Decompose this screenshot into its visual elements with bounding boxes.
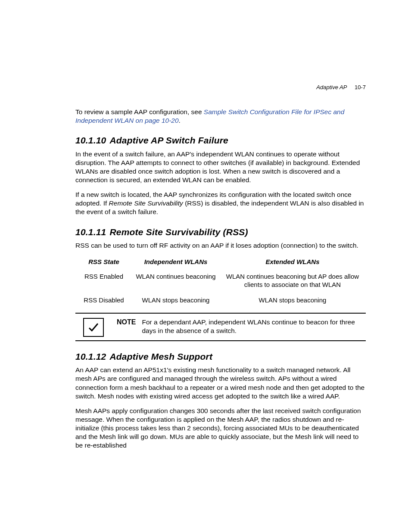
paragraph: In the event of a switch failure, an AAP…: [75, 150, 366, 185]
page-number: 10-7: [355, 84, 366, 90]
heading-number: 10.1.11: [75, 227, 106, 237]
heading-number: 10.1.10: [75, 135, 106, 145]
cell: WLAN continues beaconing: [132, 270, 219, 293]
col-header: Extended WLANs: [219, 256, 366, 270]
heading-10-1-12: 10.1.12Adaptive Mesh Support: [75, 351, 366, 362]
chapter-name: Adaptive AP: [316, 84, 347, 90]
heading-title: Adaptive Mesh Support: [109, 352, 212, 361]
heading-10-1-10: 10.1.10Adaptive AP Switch Failure: [75, 134, 366, 146]
paragraph: Mesh AAPs apply configuration changes 30…: [75, 407, 366, 450]
running-header: Adaptive AP 10-7: [316, 84, 366, 90]
heading-10-1-11: 10.1.11Remote Site Survivability (RSS): [75, 226, 366, 238]
heading-title: Adaptive AP Switch Failure: [109, 135, 228, 145]
table-header-row: RSS State Independent WLANs Extended WLA…: [75, 256, 366, 270]
intro-paragraph: To review a sample AAP configuration, se…: [75, 108, 366, 125]
term-rss: Remote Site Survivability: [109, 199, 183, 207]
page-content: To review a sample AAP configuration, se…: [75, 108, 366, 450]
heading-number: 10.1.12: [75, 352, 106, 361]
col-header: Independent WLANs: [132, 256, 219, 270]
note-label: NOTE: [117, 317, 136, 327]
paragraph: An AAP can extend an AP51x1's existing m…: [75, 366, 366, 401]
paragraph: If a new switch is located, the AAP sync…: [75, 190, 366, 216]
intro-lead: To review a sample AAP configuration, se…: [75, 108, 204, 115]
col-header: RSS State: [75, 256, 132, 270]
paragraph: RSS can be used to turn off RF activity …: [75, 241, 366, 250]
cell: RSS Disabled: [75, 293, 132, 309]
checkmark-icon: [83, 318, 104, 337]
note-text: For a dependant AAP, independent WLANs c…: [142, 317, 366, 335]
rss-table: RSS State Independent WLANs Extended WLA…: [75, 256, 366, 308]
cell: RSS Enabled: [75, 270, 132, 293]
intro-period: .: [179, 117, 181, 124]
cell: WLAN continues beaconing but AP does all…: [219, 270, 366, 293]
heading-title: Remote Site Survivability (RSS): [109, 227, 248, 237]
table-row: RSS Enabled WLAN continues beaconing WLA…: [75, 270, 366, 293]
table-row: RSS Disabled WLAN stops beaconing WLAN s…: [75, 293, 366, 309]
page: Adaptive AP 10-7 To review a sample AAP …: [0, 0, 411, 532]
note-block: NOTE For a dependant AAP, independent WL…: [75, 313, 366, 341]
cell: WLAN stops beaconing: [132, 293, 219, 309]
cell: WLAN stops beaconing: [219, 293, 366, 309]
